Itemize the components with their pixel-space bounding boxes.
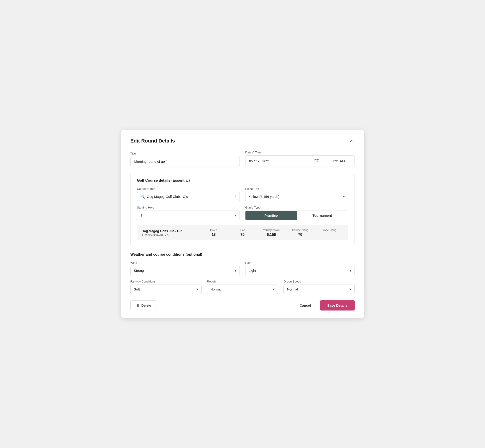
course-rating-stat: Course rating 70 (286, 229, 315, 237)
starting-hole-label: Starting Hole (137, 206, 240, 209)
par-stat: Par 70 (228, 229, 257, 237)
datetime-field-group: Date & Time 05 / 12 / 2021 📅 7:31 AM (245, 151, 355, 166)
modal-title: Edit Round Details (130, 138, 175, 144)
green-speed-dropdown[interactable]: Normal ▾ (283, 285, 355, 294)
calendar-icon: 📅 (314, 159, 319, 163)
golf-course-section-title: Golf Course details (Essential) (137, 178, 348, 183)
time-text: 7:31 AM (332, 159, 345, 163)
slope-rating-stat: Slope rating - (315, 229, 344, 237)
course-info-row: Gog Magog Golf Club - Old, Shelford Bott… (137, 225, 348, 240)
rough-dropdown[interactable]: Normal ▾ (207, 285, 278, 294)
chevron-down-icon-fairway: ▾ (196, 287, 198, 291)
rain-group: Rain Light ▾ (245, 261, 355, 275)
chevron-down-icon-green-speed: ▾ (349, 287, 351, 291)
course-info-location: Shelford Bottom, UK (142, 233, 199, 236)
wind-group: Wind Strong ▾ (130, 261, 240, 275)
top-row: Title Date & Time 05 / 12 / 2021 📅 7:31 … (130, 151, 355, 166)
date-text: 05 / 12 / 2021 (249, 159, 312, 163)
chevron-down-icon: ▾ (343, 194, 345, 199)
game-type-toggle: Practice Tournament (245, 211, 348, 220)
wind-rain-row: Wind Strong ▾ Rain Light ▾ (130, 261, 355, 275)
rough-group: Rough Normal ▾ (207, 280, 278, 294)
game-type-label: Game Type (245, 206, 348, 209)
starting-hole-value: 1 (140, 213, 233, 217)
datetime-label: Date & Time (245, 151, 355, 154)
select-tee-label: Select Tee (245, 187, 348, 191)
par-value: 70 (228, 233, 257, 237)
select-tee-group: Select Tee Yellow (6,156 yards) ▾ (245, 187, 348, 201)
golf-course-section: Golf Course details (Essential) Course N… (130, 173, 355, 246)
rough-label: Rough (207, 280, 278, 283)
par-label: Par (228, 229, 257, 232)
footer-right: Cancel Save Details (295, 300, 355, 311)
fairway-label: Fairway Conditions (130, 280, 202, 283)
holes-value: 18 (199, 233, 228, 237)
course-rating-value: 70 (286, 233, 315, 237)
rough-value: Normal (210, 287, 271, 291)
cancel-button[interactable]: Cancel (295, 301, 315, 310)
slope-rating-label: Slope rating (315, 229, 344, 232)
starting-hole-gametype-row: Starting Hole 1 ▾ Game Type Practice Tou… (137, 206, 348, 220)
starting-hole-dropdown[interactable]: 1 ▾ (137, 211, 240, 220)
green-speed-value: Normal (287, 287, 348, 291)
search-icon: 🔍 (140, 194, 145, 199)
delete-button[interactable]: 🗑 Delete (130, 301, 157, 310)
yards-stat: Yards(Yellow) 6,156 (257, 229, 286, 237)
rain-value: Light (249, 269, 348, 272)
close-button[interactable]: × (348, 137, 355, 144)
chevron-down-icon-hole: ▾ (234, 213, 236, 217)
course-name-input[interactable]: 🔍 Gog Magog Golf Club - Old × (137, 192, 240, 201)
green-speed-group: Green Speed Normal ▾ (283, 280, 355, 294)
clear-icon[interactable]: × (234, 195, 236, 199)
select-tee-dropdown[interactable]: Yellow (6,156 yards) ▾ (245, 192, 348, 201)
chevron-down-icon-wind: ▾ (234, 268, 236, 273)
starting-hole-group: Starting Hole 1 ▾ (137, 206, 240, 220)
game-type-group: Game Type Practice Tournament (245, 206, 348, 220)
slope-rating-value: - (315, 233, 344, 237)
course-name-label: Course Name (137, 187, 240, 191)
trash-icon: 🗑 (136, 304, 140, 307)
green-speed-label: Green Speed (283, 280, 355, 283)
wind-dropdown[interactable]: Strong ▾ (130, 266, 240, 275)
course-info-name: Gog Magog Golf Club - Old, Shelford Bott… (142, 229, 199, 236)
chevron-down-icon-rain: ▾ (349, 268, 351, 273)
rain-label: Rain (245, 261, 355, 264)
fairway-value: Soft (134, 287, 194, 291)
weather-section-title: Weather and course conditions (optional) (130, 252, 355, 256)
date-input[interactable]: 05 / 12 / 2021 📅 (245, 155, 323, 166)
chevron-down-icon-rough: ▾ (273, 287, 275, 291)
modal-header: Edit Round Details × (130, 137, 355, 144)
course-name-value: Gog Magog Golf Club - Old (147, 195, 233, 199)
title-label: Title (130, 152, 240, 155)
course-name-group: Course Name 🔍 Gog Magog Golf Club - Old … (137, 187, 240, 201)
rain-dropdown[interactable]: Light ▾ (245, 266, 355, 275)
title-field-group: Title (130, 152, 240, 166)
course-name-tee-row: Course Name 🔍 Gog Magog Golf Club - Old … (137, 187, 348, 201)
footer-row: 🗑 Delete Cancel Save Details (130, 300, 355, 311)
wind-value: Strong (134, 269, 233, 272)
fairway-group: Fairway Conditions Soft ▾ (130, 280, 202, 294)
wind-label: Wind (130, 261, 240, 264)
fairway-dropdown[interactable]: Soft ▾ (130, 285, 202, 294)
practice-button[interactable]: Practice (245, 211, 297, 220)
delete-label: Delete (141, 304, 151, 307)
time-input[interactable]: 7:31 AM (323, 155, 355, 166)
holes-label: Holes (199, 229, 228, 232)
edit-round-modal: Edit Round Details × Title Date & Time 0… (121, 130, 364, 318)
datetime-row: 05 / 12 / 2021 📅 7:31 AM (245, 155, 355, 166)
save-button[interactable]: Save Details (320, 300, 355, 311)
course-info-name-bold: Gog Magog Golf Club - Old, (142, 229, 199, 233)
weather-section: Weather and course conditions (optional)… (130, 252, 355, 294)
title-input[interactable] (130, 157, 240, 166)
select-tee-value: Yellow (6,156 yards) (249, 195, 341, 199)
conditions-row: Fairway Conditions Soft ▾ Rough Normal ▾… (130, 280, 355, 294)
holes-stat: Holes 18 (199, 229, 228, 237)
yards-label: Yards(Yellow) (257, 229, 286, 232)
tournament-button[interactable]: Tournament (297, 211, 348, 220)
course-rating-label: Course rating (286, 229, 315, 232)
yards-value: 6,156 (257, 233, 286, 237)
